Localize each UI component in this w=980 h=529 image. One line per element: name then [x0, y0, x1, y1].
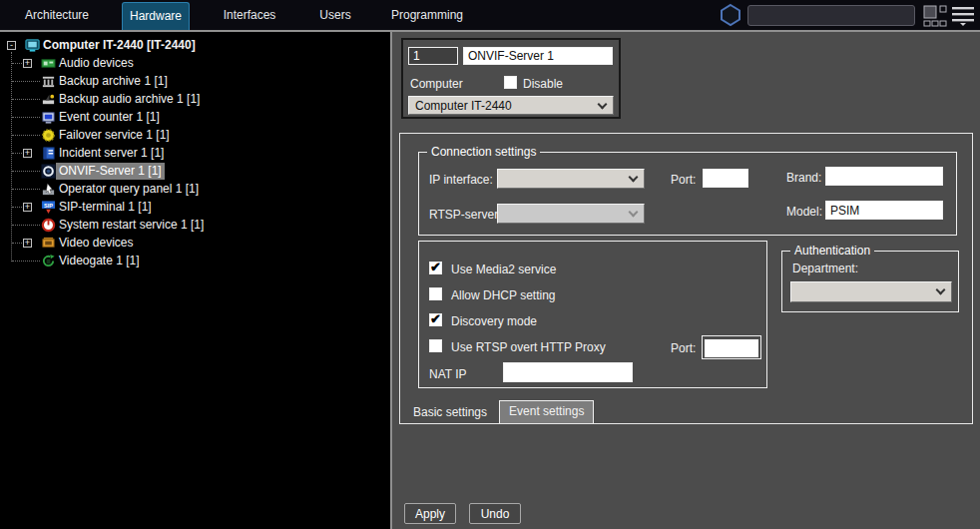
- basic-settings-tab-panel: Connection settings IP interface: Port: …: [399, 133, 973, 424]
- nav-tab-architecture[interactable]: Architecture: [8, 0, 106, 30]
- department-label: Department:: [792, 262, 858, 275]
- tree-item-incident-server[interactable]: + Incident server 1 [1]: [0, 145, 390, 162]
- nav-tab-programming[interactable]: Programming: [385, 0, 469, 30]
- model-field[interactable]: [825, 201, 943, 220]
- rtsp-proxy-checkbox[interactable]: [429, 339, 442, 352]
- layout-grid-icon[interactable]: [923, 5, 947, 31]
- authentication-group: Authentication Department:: [781, 251, 959, 312]
- tree-item-failover-service[interactable]: Failover service 1 [1]: [0, 127, 390, 144]
- menu-icon[interactable]: [951, 6, 975, 30]
- incident-server-icon: [41, 146, 56, 161]
- undo-button[interactable]: Undo: [469, 503, 521, 524]
- tree-item-computer[interactable]: - Computer IT-2440 [IT-2440]: [0, 37, 390, 54]
- tree-item-video-devices[interactable]: + Video devices: [0, 235, 390, 252]
- search-input[interactable]: [747, 5, 915, 26]
- department-select[interactable]: [790, 281, 952, 302]
- nat-ip-field[interactable]: [503, 362, 633, 382]
- tab-basic-settings[interactable]: Basic settings: [406, 402, 494, 423]
- tree-item-sip-terminal[interactable]: + SIP SIP-terminal 1 [1]: [0, 199, 390, 216]
- tree-item-videogate[interactable]: Videogate 1 [1]: [0, 253, 390, 269]
- ip-interface-label: IP interface:: [429, 173, 493, 187]
- tree-connector: [12, 189, 40, 190]
- brand-label: Brand:: [786, 171, 821, 185]
- sip-terminal-icon: SIP: [41, 200, 56, 215]
- settings-tab-bar: Basic settings Event settings: [406, 400, 594, 423]
- expand-expander[interactable]: +: [23, 239, 32, 248]
- apply-button[interactable]: Apply: [404, 503, 456, 524]
- tree-connector: [12, 63, 22, 64]
- tree-connector: [12, 153, 22, 154]
- chevron-down-icon: [629, 208, 639, 218]
- nav-tab-users[interactable]: Users: [309, 0, 361, 30]
- failover-service-icon: [41, 128, 56, 143]
- tree-item-backup-archive[interactable]: Backup archive 1 [1]: [0, 73, 390, 90]
- computer-select[interactable]: Computer IT-2440: [408, 96, 614, 115]
- audio-devices-icon: [41, 56, 56, 71]
- port-field[interactable]: [703, 169, 748, 188]
- ip-interface-select[interactable]: [497, 169, 645, 189]
- tree-item-operator-query-panel[interactable]: Operator query panel 1 [1]: [0, 181, 390, 198]
- tree-connector: [12, 207, 22, 208]
- tree-connector: [12, 261, 40, 262]
- backup-archive-icon: [41, 74, 56, 89]
- port-label: Port:: [671, 173, 696, 187]
- nav-tab-hardware[interactable]: Hardware: [122, 2, 190, 30]
- proxy-port-field-frame: [702, 335, 761, 359]
- rtsp-server-select[interactable]: [497, 204, 645, 224]
- nav-tab-interfaces[interactable]: Interfaces: [212, 0, 287, 30]
- allow-dhcp-checkbox[interactable]: [429, 287, 442, 300]
- event-counter-icon: [41, 110, 56, 125]
- computer-icon: [25, 38, 40, 53]
- expand-expander[interactable]: +: [23, 203, 32, 212]
- use-media2-checkbox[interactable]: [429, 262, 442, 274]
- hexagon-logo-icon: [719, 3, 742, 31]
- application-window: Architecture Hardware Interfaces Users P…: [0, 0, 980, 529]
- device-id-field[interactable]: [408, 47, 458, 65]
- proxy-port-label: Port:: [671, 341, 696, 355]
- chevron-down-icon: [936, 285, 946, 295]
- tab-event-settings[interactable]: Event settings: [499, 400, 594, 423]
- discovery-mode-checkbox[interactable]: [429, 313, 442, 326]
- use-media2-label: Use Media2 service: [451, 263, 556, 276]
- allow-dhcp-label: Allow DHCP setting: [451, 288, 555, 302]
- model-label: Model:: [786, 205, 822, 219]
- computer-label: Computer: [410, 77, 463, 91]
- nat-ip-label: NAT IP: [429, 367, 467, 381]
- tree-connector: [12, 225, 40, 226]
- connection-settings-group: Connection settings IP interface: Port: …: [418, 152, 957, 236]
- onvif-server-icon: [41, 164, 56, 179]
- chevron-down-icon: [598, 100, 608, 110]
- tree-item-audio-devices[interactable]: + Audio devices: [0, 55, 390, 72]
- collapse-expander[interactable]: -: [7, 41, 16, 50]
- proxy-port-field[interactable]: [705, 339, 758, 357]
- expand-expander[interactable]: +: [23, 149, 32, 158]
- tree-item-system-restart-service[interactable]: System restart service 1 [1]: [0, 217, 390, 234]
- discovery-mode-label: Discovery mode: [451, 314, 537, 328]
- tree-connector: [12, 117, 40, 118]
- tree-item-event-counter[interactable]: Event counter 1 [1]: [0, 109, 390, 126]
- connection-settings-legend: Connection settings: [427, 145, 540, 159]
- rtsp-proxy-label: Use RTSP overt HTTP Proxy: [451, 340, 606, 354]
- disable-checkbox[interactable]: [504, 76, 517, 89]
- tree-connector: [12, 81, 40, 82]
- expand-expander[interactable]: +: [23, 59, 32, 68]
- settings-panel: Computer Disable Computer IT-2440 Connec…: [392, 32, 980, 529]
- tree-item-backup-audio-archive[interactable]: Backup audio archive 1 [1]: [0, 91, 390, 108]
- tree-connector: [12, 171, 40, 172]
- device-name-field[interactable]: [463, 47, 613, 65]
- tree-item-onvif-server[interactable]: ONVIF-Server 1 [1]: [0, 163, 390, 180]
- videogate-icon: [41, 254, 56, 268]
- chevron-down-icon: [629, 173, 639, 183]
- hardware-tree: - Computer IT-2440 [IT-2440] + Audio dev…: [0, 32, 390, 529]
- operator-query-panel-icon: [41, 182, 56, 197]
- system-restart-icon: [41, 218, 56, 233]
- rtsp-server-label: RTSP-server:: [429, 208, 501, 222]
- options-group: Use Media2 service Allow DHCP setting Di…: [418, 241, 767, 388]
- video-devices-icon: [41, 236, 56, 251]
- tree-connector: [12, 135, 40, 136]
- authentication-legend: Authentication: [790, 244, 874, 258]
- device-identity-box: Computer Disable Computer IT-2440: [401, 38, 621, 119]
- backup-audio-archive-icon: [41, 92, 56, 107]
- brand-field[interactable]: [825, 167, 943, 186]
- disable-label: Disable: [523, 77, 563, 91]
